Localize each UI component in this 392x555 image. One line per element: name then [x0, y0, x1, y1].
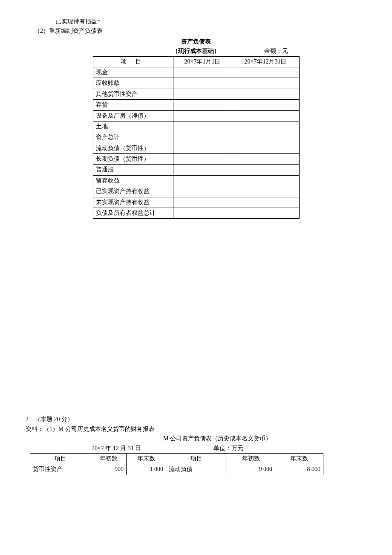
col-header-begin: 20×7年1月1日: [173, 56, 232, 67]
table2-date: 20×7 年 12 月 31 日: [92, 444, 141, 453]
table-row: 流动负债（货币性）: [93, 143, 299, 153]
cell: [232, 208, 299, 219]
cell: [232, 186, 299, 197]
table-header-row: 项目 年初数 年末数 项目 年初数 年末数: [30, 453, 323, 464]
row-label: 未实现资产持有收益: [93, 197, 173, 208]
table2-unit: 单位：万元: [213, 444, 243, 453]
table-row: 负债及所有者权益总计: [93, 208, 299, 219]
cell: 8 000: [275, 464, 323, 475]
table-row: 长期负债（货币性）: [93, 154, 299, 165]
col-header: 年初数: [91, 453, 127, 464]
cell: [232, 78, 299, 89]
line-realized-gain: 已实现持有损益=: [26, 17, 366, 26]
cell: [173, 143, 232, 153]
table-header-row: 项 目 20×7年1月1日 20×7年12月31日: [93, 56, 299, 67]
cell: [173, 78, 232, 89]
table-row: 已实现资产持有收益: [93, 186, 299, 197]
cell: 货币性资产: [30, 464, 91, 475]
row-label: 已实现资产持有收益: [93, 186, 173, 197]
cell: [232, 89, 299, 99]
balance-sheet-table: 项 目 20×7年1月1日 20×7年12月31日 现金 应收账款 其他货币性资…: [93, 56, 300, 219]
row-label: 负债及所有者权益总计: [93, 208, 173, 219]
table-row: 土地: [93, 121, 299, 132]
table-row: 其他货币性资产: [93, 89, 299, 99]
cell: [173, 89, 232, 99]
table-row: 设备及厂房（净值）: [93, 110, 299, 121]
cell: [173, 100, 232, 110]
table-row: 现金: [93, 67, 299, 78]
cell: [232, 121, 299, 132]
row-label: 其他货币性资产: [93, 89, 173, 99]
cell: [173, 175, 232, 186]
row-label: 土地: [93, 121, 173, 132]
cell: [173, 110, 232, 121]
cell: [232, 110, 299, 121]
cell: [173, 208, 232, 219]
table-row: 资产总计: [93, 132, 299, 143]
table-row: 货币性资产 900 1 000 流动负债 9 000 8 000: [30, 464, 323, 475]
q2-line1: 2、（本题 20 分）: [26, 415, 366, 424]
cell: [232, 132, 299, 143]
cell: [232, 154, 299, 165]
cell: [173, 154, 232, 165]
cell: [173, 132, 232, 143]
table-row: 未实现资产持有收益: [93, 197, 299, 208]
cell: [232, 197, 299, 208]
row-label: 应收账款: [93, 78, 173, 89]
row-label: 现金: [93, 67, 173, 78]
table1-title: 资产负债表: [26, 37, 366, 46]
question-2-block: 2、（本题 20 分） 资料：（1）M 公司历史成本名义货币的财务报表 M 公司…: [26, 415, 366, 475]
table-row: 存货: [93, 100, 299, 110]
table-row: 留存收益: [93, 175, 299, 186]
col-header-item: 项 目: [93, 56, 173, 67]
cell: [232, 67, 299, 78]
cell: [232, 175, 299, 186]
cell: [173, 67, 232, 78]
row-label: 留存收益: [93, 175, 173, 186]
cell: 1 000: [127, 464, 166, 475]
table-row: 普通股: [93, 165, 299, 175]
cell: 流动负债: [166, 464, 227, 475]
m-company-bs-table: 项目 年初数 年末数 项目 年初数 年末数 货币性资产 900 1 000 流动…: [30, 453, 323, 475]
q2-line2: 资料：（1）M 公司历史成本名义货币的财务报表: [26, 425, 366, 434]
col-header: 项目: [166, 453, 227, 464]
row-label: 普通股: [93, 165, 173, 175]
cell: [173, 197, 232, 208]
cell: [232, 100, 299, 110]
col-header: 项目: [30, 453, 91, 464]
cell: 900: [91, 464, 127, 475]
row-label: 流动负债（货币性）: [93, 143, 173, 153]
row-label: 存货: [93, 100, 173, 110]
table1-subtitle: （现行成本基础）: [172, 46, 220, 56]
row-label: 长期负债（货币性）: [93, 154, 173, 165]
row-label: 设备及厂房（净值）: [93, 110, 173, 121]
cell: 9 000: [227, 464, 275, 475]
line-restate-bs: （2）重新编制资产负债表: [26, 26, 366, 36]
col-header-end: 20×7年12月31日: [232, 56, 299, 67]
table1-subtitle-row: （现行成本基础） 金额：元: [26, 46, 366, 56]
table2-subtitle-row: 20×7 年 12 月 31 日 单位：万元: [26, 444, 366, 453]
cell: [232, 143, 299, 153]
table1-unit: 金额：元: [264, 46, 288, 56]
table2-title: M 公司资产负债表（历史成本名义货币）: [26, 434, 366, 443]
col-header: 年末数: [127, 453, 166, 464]
cell: [232, 165, 299, 175]
cell: [173, 165, 232, 175]
col-header: 年初数: [227, 453, 275, 464]
cell: [173, 186, 232, 197]
table-row: 应收账款: [93, 78, 299, 89]
col-header: 年末数: [275, 453, 323, 464]
cell: [173, 121, 232, 132]
row-label: 资产总计: [93, 132, 173, 143]
